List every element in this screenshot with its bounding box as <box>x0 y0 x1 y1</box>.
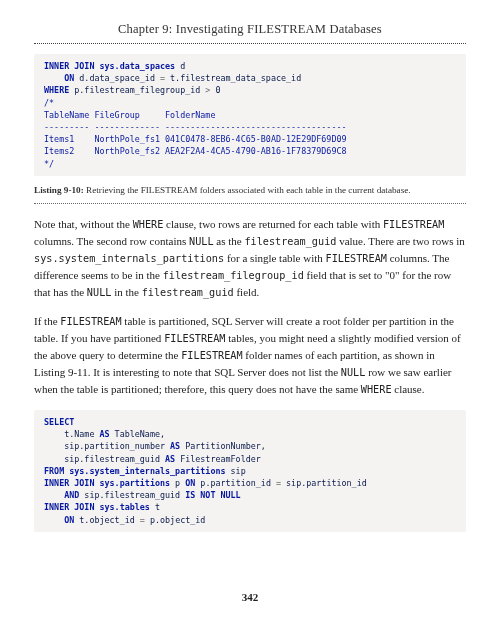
col-filegroup-id: p.filestream_filegroup_id <box>69 85 205 95</box>
p1-t1: Note that, without the <box>34 218 133 230</box>
tbl-tables: sys.tables <box>94 502 149 512</box>
p2-t1: If the <box>34 315 60 327</box>
alias-p: p <box>170 478 185 488</box>
result-header: TableName FileGroup FolderName <box>44 110 215 120</box>
alias-partnum: PartitionNumber, <box>180 441 266 451</box>
tbl-sip: sys.system_internals_partitions <box>64 466 225 476</box>
p1-m5: sys.system_internals_partitions <box>34 253 224 264</box>
kw-on-3: ON <box>44 515 74 525</box>
col-data-space-id: d.data_space_id <box>74 73 160 83</box>
p1-t10: field. <box>234 286 260 298</box>
kw-where: WHERE <box>44 85 69 95</box>
result-row-1: Items1 NorthPole_fs1 041C0478-8EB6-4C65-… <box>44 134 347 144</box>
page-number: 342 <box>0 591 500 603</box>
alias-t: t <box>150 502 160 512</box>
sel-partnum: sip.partition_number <box>44 441 170 451</box>
lit-zero: 0 <box>210 85 220 95</box>
col-partid-l: p.partition_id <box>195 478 276 488</box>
p1-t5: value. There are two rows in <box>336 235 464 247</box>
page: Chapter 9: Investigating FILESTREAM Data… <box>0 0 500 617</box>
p2-m3: FILESTREAM <box>181 350 242 361</box>
id-sys-dataspaces: sys.data_spaces <box>94 61 175 71</box>
p1-t6: for a single table with <box>224 252 325 264</box>
kw-as-3: AS <box>165 454 175 464</box>
p1-t9: in the <box>111 286 141 298</box>
p1-m4: filestream_guid <box>244 236 336 247</box>
p1-m7: filestream_filegroup_id <box>163 270 304 281</box>
caption-rule <box>34 203 466 204</box>
result-divider: --------- ------------- ----------------… <box>44 122 347 132</box>
col-partid-r: sip.partition_id <box>281 478 367 488</box>
col-objid-l: t.object_id <box>74 515 140 525</box>
col-filestream-data-space-id: t.filestream_data_space_id <box>165 73 301 83</box>
kw-and: AND <box>44 490 79 500</box>
alias-sip: sip <box>226 466 246 476</box>
paragraph-2: If the FILESTREAM table is partitioned, … <box>34 313 466 398</box>
tbl-partitions: sys.partitions <box>94 478 170 488</box>
kw-from: FROM <box>44 466 64 476</box>
p1-t3: columns. The second row contains <box>34 235 189 247</box>
kw-is-not-null: IS NOT NULL <box>185 490 240 500</box>
header-rule <box>34 43 466 44</box>
p2-t6: clause. <box>392 383 425 395</box>
listing-text: Retrieving the FILESTREAM folders associ… <box>84 185 411 195</box>
code-listing-9-11: SELECT t.Name AS TableName, sip.partitio… <box>34 410 466 532</box>
p1-m2: FILESTREAM <box>383 219 444 230</box>
p1-m6: FILESTREAM <box>326 253 387 264</box>
code-listing-9-10: INNER JOIN sys.data_spaces d ON d.data_s… <box>34 54 466 176</box>
p1-m3: NULL <box>189 236 214 247</box>
p2-m5: WHERE <box>361 384 392 395</box>
kw-on-2: ON <box>185 478 195 488</box>
p1-t4: as the <box>214 235 245 247</box>
p1-m8: NULL <box>87 287 112 298</box>
p2-m2: FILESTREAM <box>164 333 225 344</box>
alias-tablename: TableName, <box>110 429 165 439</box>
p2-m1: FILESTREAM <box>60 316 121 327</box>
sel-fsguid: sip.filestream_guid <box>44 454 165 464</box>
alias-d: d <box>175 61 185 71</box>
sel-tname: t.Name <box>44 429 99 439</box>
listing-label: Listing 9-10: <box>34 185 84 195</box>
kw-as-2: AS <box>170 441 180 451</box>
p1-m9: filestream_guid <box>142 287 234 298</box>
kw-inner-join-2: INNER JOIN <box>44 478 94 488</box>
kw-inner-join-3: INNER JOIN <box>44 502 94 512</box>
kw-as-1: AS <box>99 429 109 439</box>
p1-t2: clause, two rows are returned for each t… <box>163 218 383 230</box>
p2-m4: NULL <box>341 367 366 378</box>
col-objid-r: p.object_id <box>145 515 206 525</box>
paragraph-1: Note that, without the WHERE clause, two… <box>34 216 466 301</box>
comment-open: /* <box>44 98 54 108</box>
listing-caption-9-10: Listing 9-10: Retrieving the FILESTREAM … <box>34 184 466 197</box>
kw-on: ON <box>44 73 74 83</box>
kw-inner-join: INNER JOIN <box>44 61 94 71</box>
kw-select: SELECT <box>44 417 74 427</box>
col-fsguid: sip.filestream_guid <box>79 490 185 500</box>
chapter-title: Chapter 9: Investigating FILESTREAM Data… <box>34 22 466 41</box>
p1-m1: WHERE <box>133 219 164 230</box>
alias-fsfolder: FilestreamFolder <box>175 454 261 464</box>
result-row-2: Items2 NorthPole_fs2 AEA2F2A4-4CA5-4790-… <box>44 146 347 156</box>
comment-close: */ <box>44 159 54 169</box>
